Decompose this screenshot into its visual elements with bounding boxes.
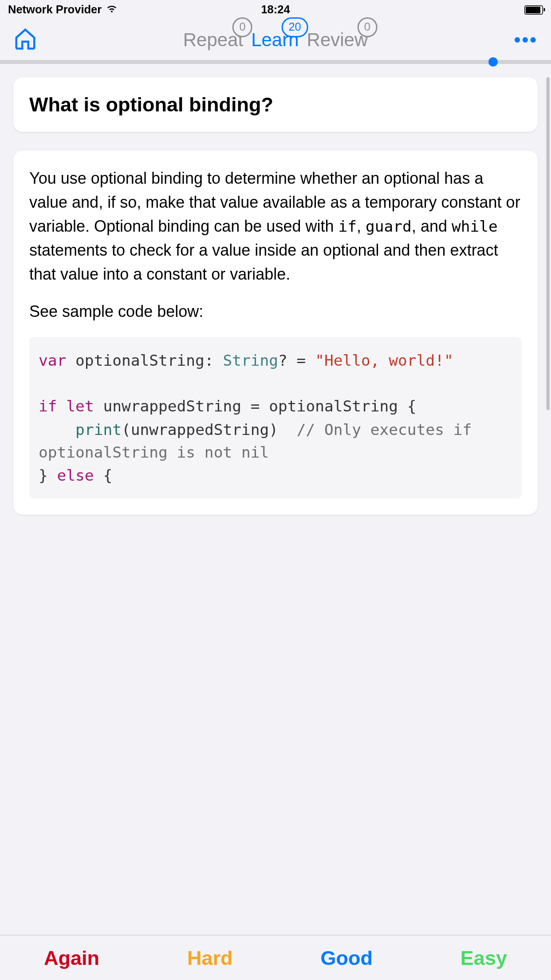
inline-code-while: while <box>452 218 498 235</box>
question-text: What is optional binding? <box>29 93 273 115</box>
answer-card: You use optional binding to determine wh… <box>13 150 538 515</box>
inline-code-guard: guard <box>366 218 412 235</box>
home-button[interactable] <box>13 27 37 53</box>
rating-good-button[interactable]: Good <box>312 941 380 974</box>
answer-paragraph-1: You use optional binding to determine wh… <box>29 166 522 286</box>
tab-review-badge: 0 <box>357 17 377 37</box>
progress-bar[interactable] <box>0 60 551 64</box>
more-button[interactable]: ••• <box>514 29 538 51</box>
battery-icon <box>524 5 543 15</box>
status-bar: Network Provider 18:24 <box>0 0 551 20</box>
tab-repeat[interactable]: Repeat 0 <box>179 29 247 51</box>
tab-learn[interactable]: Learn 20 <box>247 29 303 51</box>
mode-tabs: Repeat 0 Learn 20 Review 0 <box>179 29 372 51</box>
rating-hard-button[interactable]: Hard <box>179 941 241 974</box>
inline-code-if: if <box>338 218 357 235</box>
code-block: var optionalString: String? = "Hello, wo… <box>29 337 522 499</box>
network-provider-label: Network Provider <box>8 4 102 17</box>
tab-review[interactable]: Review 0 <box>303 29 372 51</box>
nav-bar: Repeat 0 Learn 20 Review 0 ••• <box>0 20 551 60</box>
answer-paragraph-2: See sample code below: <box>29 300 522 324</box>
content-area[interactable]: What is optional binding? You use option… <box>0 64 551 935</box>
wifi-icon <box>106 4 118 17</box>
answer-text: You use optional binding to determine wh… <box>29 166 522 499</box>
rating-again-button[interactable]: Again <box>36 941 107 974</box>
rating-bar: Again Hard Good Easy <box>0 935 551 980</box>
scrollbar-thumb[interactable] <box>547 77 550 410</box>
rating-easy-button[interactable]: Easy <box>453 941 515 974</box>
question-card: What is optional binding? <box>13 77 538 132</box>
